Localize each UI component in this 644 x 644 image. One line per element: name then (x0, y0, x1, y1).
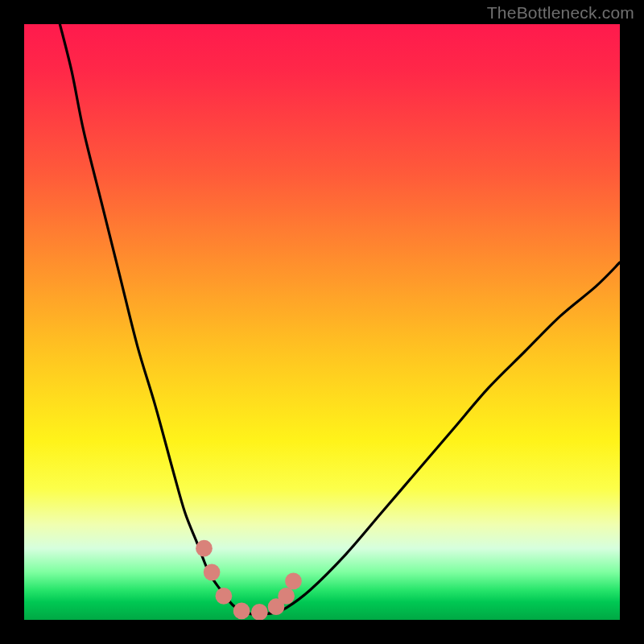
bottleneck-curve (60, 24, 620, 614)
curve-marker (216, 588, 233, 605)
curve-marker (233, 603, 250, 620)
curve-svg (24, 24, 620, 620)
watermark-text: TheBottleneck.com (487, 3, 634, 23)
chart-frame: TheBottleneck.com (0, 0, 644, 644)
curve-marker (278, 588, 295, 605)
curve-marker (285, 573, 302, 590)
plot-area (24, 24, 620, 620)
curve-marker (204, 564, 221, 580)
curve-marker (251, 604, 268, 620)
curve-marker (196, 540, 213, 557)
